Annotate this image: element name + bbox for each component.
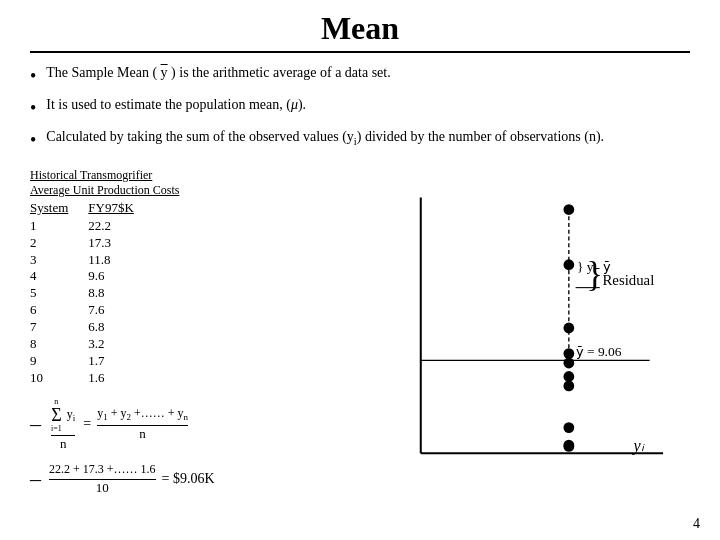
right-content: Residual } yᵢ- ȳ ȳ = 9.06 yᵢ } (340, 168, 690, 496)
table-title: Historical Transmogrifier Average Unit P… (30, 168, 330, 199)
system-cell: 1 (30, 218, 88, 235)
cost-cell: 11.8 (88, 252, 154, 269)
bracket-symbol: } (586, 255, 603, 294)
cost-cell: 8.8 (88, 285, 154, 302)
data-point-6 (563, 371, 574, 382)
system-cell: 9 (30, 353, 88, 370)
table-row: 83.2 (30, 336, 154, 353)
fraction-1-denominator: n (60, 436, 67, 452)
data-point-8 (563, 422, 574, 433)
system-cell: 5 (30, 285, 88, 302)
table-row: 91.7 (30, 353, 154, 370)
bullet-list: • The Sample Mean ( y ) is the arithmeti… (30, 63, 690, 154)
bullet-dot-2: • (30, 96, 36, 121)
title-divider (30, 51, 690, 53)
bullet-item-2: • It is used to estimate the population … (30, 95, 690, 121)
fraction-1: n Σ i=1 yi n (51, 397, 75, 452)
cost-cell: 6.8 (88, 319, 154, 336)
system-cell: 2 (30, 235, 88, 252)
slide-title: Mean (30, 10, 690, 47)
table-row: 58.8 (30, 285, 154, 302)
fraction-2: y1 + y2 +…… + yn n (97, 406, 188, 441)
bullet-text-2: It is used to estimate the population me… (46, 95, 306, 115)
sigma-block: n Σ i=1 (51, 397, 62, 433)
system-cell: 3 (30, 252, 88, 269)
fraction-2-numerator: y1 + y2 +…… + yn (97, 406, 188, 425)
col-system-header: System (30, 200, 88, 218)
content-area: Historical Transmogrifier Average Unit P… (30, 168, 690, 496)
cost-cell: 9.6 (88, 268, 154, 285)
table-row: 217.3 (30, 235, 154, 252)
ybar-value-label: ȳ = 9.06 (576, 344, 622, 359)
fraction-2-denominator: n (139, 426, 146, 442)
equals-2: = $9.06K (162, 471, 215, 487)
page-number: 4 (693, 516, 700, 532)
bullet-text-1: The Sample Mean ( y ) is the arithmetic … (46, 63, 390, 83)
data-point-7 (563, 380, 574, 391)
dash-1: – (30, 413, 41, 435)
cost-cell: 3.2 (88, 336, 154, 353)
table-title-line2: Average Unit Production Costs (30, 183, 179, 197)
title-section: Mean (30, 10, 690, 47)
cost-cell: 17.3 (88, 235, 154, 252)
cost-cell: 1.7 (88, 353, 154, 370)
slide-page: Mean • The Sample Mean ( y ) is the arit… (0, 0, 720, 540)
ybar-symbol: y (161, 65, 168, 80)
table-row: 67.6 (30, 302, 154, 319)
bullet-item-1: • The Sample Mean ( y ) is the arithmeti… (30, 63, 690, 89)
table-title-line1: Historical Transmogrifier (30, 168, 152, 182)
formula-area: – n Σ i=1 yi n = (30, 397, 330, 496)
fraction-3: 22.2 + 17.3 +…… 1.6 10 (49, 462, 156, 496)
system-cell: 8 (30, 336, 88, 353)
cost-cell: 1.6 (88, 370, 154, 387)
mu-symbol: μ (291, 97, 298, 112)
table-row: 49.6 (30, 268, 154, 285)
data-point-10 (563, 441, 574, 452)
cost-cell: 7.6 (88, 302, 154, 319)
sigma-bot: i=1 (51, 424, 62, 433)
equals-1: = (83, 416, 91, 432)
left-content: Historical Transmogrifier Average Unit P… (30, 168, 330, 496)
xi-axis-label: yᵢ (631, 436, 644, 454)
sigma-sym: Σ (51, 406, 61, 424)
system-cell: 7 (30, 319, 88, 336)
cost-cell: 22.2 (88, 218, 154, 235)
data-table: System FY97$K 122.2217.3311.849.658.867.… (30, 200, 154, 387)
system-cell: 10 (30, 370, 88, 387)
scatter-chart: Residual } yᵢ- ȳ ȳ = 9.06 yᵢ } (340, 168, 690, 496)
table-row: 122.2 (30, 218, 154, 235)
formula-2-row: – 22.2 + 17.3 +…… 1.6 10 = $9.06K (30, 462, 330, 496)
table-header-row: System FY97$K (30, 200, 154, 218)
fraction-3-denominator: 10 (96, 480, 109, 496)
fraction-1-numerator: n Σ i=1 yi (51, 397, 75, 436)
table-body: 122.2217.3311.849.658.867.676.883.291.71… (30, 218, 154, 387)
bullet-text-3: Calculated by taking the sum of the obse… (46, 127, 604, 149)
bullet-dot-1: • (30, 64, 36, 89)
system-cell: 6 (30, 302, 88, 319)
system-cell: 4 (30, 268, 88, 285)
dash-2: – (30, 468, 41, 490)
table-row: 101.6 (30, 370, 154, 387)
table-row: 311.8 (30, 252, 154, 269)
table-row: 76.8 (30, 319, 154, 336)
bullet-dot-3: • (30, 128, 36, 153)
fraction-3-numerator: 22.2 + 17.3 +…… 1.6 (49, 462, 156, 480)
bullet-item-3: • Calculated by taking the sum of the ob… (30, 127, 690, 153)
formula-1-row: – n Σ i=1 yi n = (30, 397, 330, 452)
col-cost-header: FY97$K (88, 200, 154, 218)
